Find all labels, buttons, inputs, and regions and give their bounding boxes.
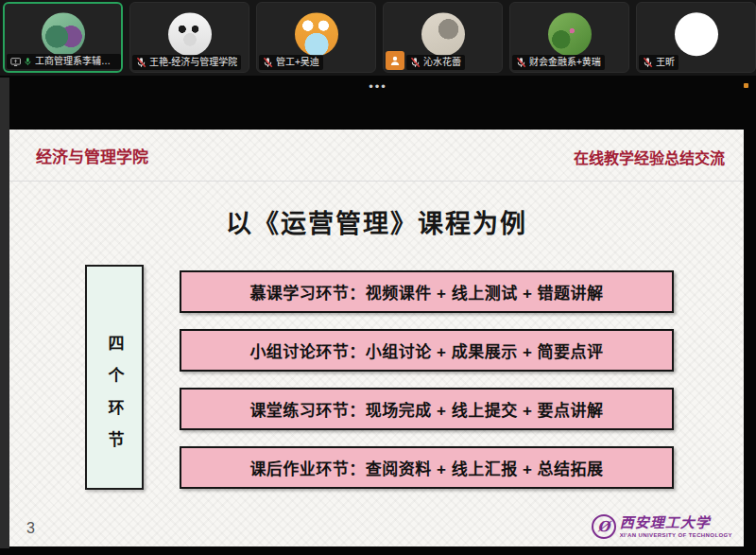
university-name-en: XI'AN UNIVERSITY OF TECHNOLOGY: [620, 532, 732, 538]
mic-muted-icon: [136, 57, 146, 68]
university-emblem-icon: Ø: [592, 514, 616, 539]
participant-nametag: 工商管理系李辅奋的屏...: [7, 54, 121, 69]
mic-muted-icon: [516, 57, 526, 68]
mic-muted-icon: [263, 57, 273, 68]
participant-nametag: 王艳-经济与管理学院: [132, 55, 241, 70]
stage-box-mooc: 慕课学习环节：视频课件 + 线上测试 + 错题讲解: [180, 270, 674, 313]
university-name-cn: 西安理工大学: [620, 516, 732, 530]
participant-nametag: 王昕: [639, 55, 679, 70]
avatar: [42, 12, 85, 56]
window-edge: [0, 78, 9, 548]
participant-nametag: 管工+吴迪: [259, 55, 323, 70]
participant-tile[interactable]: 王艳-经济与管理学院: [129, 2, 249, 73]
header-divider: [9, 181, 744, 182]
stage-box-discussion: 小组讨论环节：小组讨论 + 成果展示 + 简要点评: [180, 329, 674, 372]
profile-badge-icon: [386, 51, 404, 70]
side-label-box: 四个环节: [85, 265, 144, 490]
avatar: [295, 12, 338, 56]
mic-muted-icon: [643, 57, 653, 68]
participant-tile[interactable]: 财会金融系+黄瑞: [509, 2, 629, 73]
participant-name: 管工+吴迪: [276, 57, 319, 68]
avatar: [421, 12, 465, 56]
slide-header-left: 经济与管理学院: [36, 144, 148, 167]
participant-name: 王艳-经济与管理学院: [149, 57, 237, 68]
page-number: 3: [26, 520, 35, 537]
participant-strip: 工商管理系李辅奋的屏... 王艳-经济与管理学院: [0, 0, 756, 76]
participant-name: 王昕: [656, 57, 675, 68]
notification-dot: [744, 83, 748, 88]
slide-header-right: 在线教学经验总结交流: [574, 146, 725, 168]
participant-name: 沁水花蕾: [423, 57, 461, 68]
presentation-slide: 经济与管理学院 在线教学经验总结交流 以《运营管理》课程为例 四个环节 慕课学习…: [9, 130, 744, 546]
avatar: [168, 12, 212, 56]
avatar: [548, 12, 592, 56]
participant-tile[interactable]: 管工+吴迪: [256, 2, 376, 73]
participant-tile[interactable]: 工商管理系李辅奋的屏...: [3, 2, 123, 73]
shared-screen-region: ••• 经济与管理学院 在线教学经验总结交流 以《运营管理》课程为例 四个环节 …: [0, 76, 756, 555]
participant-name: 财会金融系+黄瑞: [529, 57, 601, 68]
stage-box-homework: 课后作业环节：查阅资料 + 线上汇报 + 总结拓展: [180, 446, 674, 489]
participant-nametag: 沁水花蕾: [406, 55, 465, 70]
mic-on-icon: [24, 56, 32, 67]
mic-muted-icon: [410, 57, 421, 68]
side-label: 四个环节: [103, 335, 127, 463]
more-options-indicator[interactable]: •••: [0, 79, 756, 94]
participant-nametag: 财会金融系+黄瑞: [512, 55, 605, 70]
avatar: [675, 12, 718, 56]
participant-tile[interactable]: 沁水花蕾: [383, 2, 503, 73]
university-logo: Ø 西安理工大学 XI'AN UNIVERSITY OF TECHNOLOGY: [592, 514, 732, 539]
slide-title: 以《运营管理》课程为例: [9, 203, 744, 240]
screen-share-icon: [10, 57, 21, 67]
participant-name: 工商管理系李辅奋的屏...: [35, 56, 117, 67]
stage-box-practice: 课堂练习环节：现场完成 + 线上提交 + 要点讲解: [180, 388, 674, 430]
participant-tile[interactable]: 王昕: [636, 2, 756, 73]
